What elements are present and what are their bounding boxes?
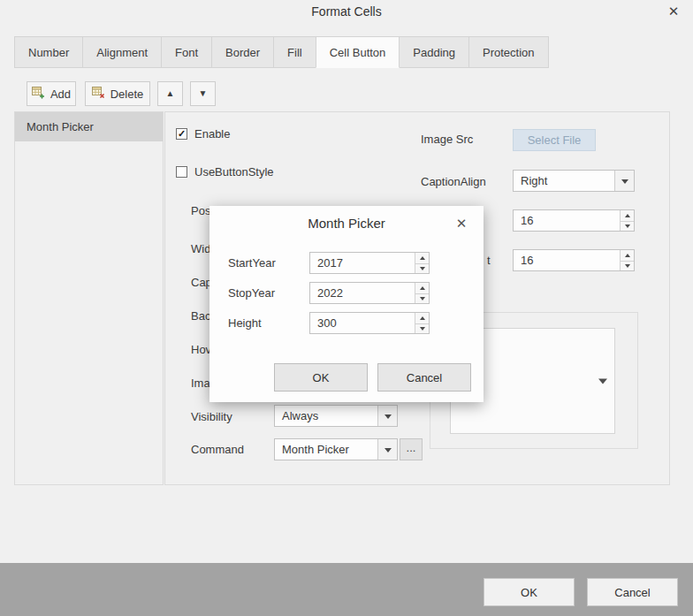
height-input[interactable]: [310, 313, 413, 333]
visibility-dropdown[interactable]: Always: [274, 405, 398, 427]
cell-button-list-panel: Month Picker: [14, 111, 164, 485]
chevron-down-icon: [420, 267, 425, 270]
visibility-value: Always: [282, 406, 318, 426]
ok-button[interactable]: OK: [484, 578, 575, 606]
cancel-button[interactable]: Cancel: [587, 578, 678, 606]
tab-border[interactable]: Border: [211, 36, 274, 68]
chevron-down-icon: [621, 179, 628, 184]
month-picker-popup: Month Picker ✕ StartYear StopYear Height: [209, 206, 484, 402]
add-table-icon: [32, 87, 45, 102]
check-icon: ✓: [178, 129, 186, 139]
spinner-up-button[interactable]: [415, 313, 429, 323]
image-width-input[interactable]: [514, 210, 618, 231]
start-year-spinner[interactable]: [309, 252, 430, 274]
spinner-down-button[interactable]: [621, 261, 634, 271]
spinner-down-button[interactable]: [415, 293, 429, 304]
spinner-up-button[interactable]: [621, 210, 634, 221]
caption-align-label: CaptionAlign: [421, 175, 486, 189]
use-button-style-checkbox[interactable]: [176, 166, 187, 178]
command-label: Command: [191, 443, 244, 457]
use-button-style-row: UseButtonStyle: [176, 165, 274, 179]
command-value: Month Picker: [282, 439, 349, 460]
spinner-up-button[interactable]: [415, 253, 429, 263]
dialog-footer: OK Cancel: [0, 563, 693, 616]
popup-cancel-button[interactable]: Cancel: [377, 363, 471, 392]
tab-font[interactable]: Font: [161, 36, 212, 68]
spinner-up-button[interactable]: [415, 283, 429, 293]
chevron-up-icon: [420, 286, 425, 290]
start-year-input[interactable]: [310, 253, 413, 273]
spinner-buttons: [415, 253, 429, 273]
tab-protection[interactable]: Protection: [468, 36, 549, 68]
image-height-spinner[interactable]: [513, 249, 635, 271]
enable-row: ✓ Enable: [176, 127, 230, 141]
image-height-label-fragment: t: [487, 254, 491, 268]
format-cells-dialog: Format Cells ✕ Number Alignment Font Bor…: [0, 0, 693, 616]
image-src-label: Image Src: [421, 133, 473, 147]
chevron-up-icon: [625, 254, 630, 257]
spinner-buttons: [620, 250, 634, 270]
dialog-title: Format Cells: [0, 4, 693, 19]
tab-fill[interactable]: Fill: [273, 36, 316, 68]
visibility-label: Visibility: [191, 410, 232, 424]
caption-align-value: Right: [521, 171, 547, 191]
chevron-down-icon: [625, 264, 630, 268]
select-file-button[interactable]: Select File: [513, 129, 596, 151]
spinner-buttons: [620, 210, 634, 231]
add-button[interactable]: Add: [27, 81, 76, 106]
enable-label: Enable: [194, 127, 230, 141]
command-dropdown-button[interactable]: [377, 439, 397, 460]
tab-padding[interactable]: Padding: [399, 36, 469, 68]
spinner-down-button[interactable]: [621, 221, 634, 232]
chevron-down-icon: [385, 448, 392, 452]
add-button-label: Add: [50, 87, 71, 101]
spinner-down-button[interactable]: [415, 263, 429, 274]
height-label: Height: [228, 316, 262, 331]
command-dropdown[interactable]: Month Picker: [274, 438, 398, 460]
popup-title: Month Picker: [209, 216, 484, 231]
chevron-down-icon: [385, 414, 392, 419]
stop-year-input[interactable]: [310, 283, 413, 303]
list-item-month-picker[interactable]: Month Picker: [15, 112, 163, 141]
chevron-down-icon: [598, 379, 607, 384]
arrow-down-icon: ▼: [199, 89, 208, 98]
arrow-up-icon: ▲: [166, 89, 175, 98]
caption-align-dropdown[interactable]: Right: [513, 170, 635, 192]
spinner-buttons: [415, 313, 429, 333]
tab-strip: Number Alignment Font Border Fill Cell B…: [14, 36, 549, 68]
chevron-down-icon: [420, 327, 425, 331]
move-down-button[interactable]: ▼: [190, 81, 216, 106]
command-options-button[interactable]: ...: [400, 438, 423, 460]
chevron-up-icon: [420, 316, 425, 320]
delete-table-icon: [92, 87, 105, 102]
delete-button[interactable]: Delete: [85, 81, 150, 106]
chevron-down-icon: [625, 224, 630, 228]
chevron-up-icon: [625, 214, 630, 217]
stop-year-spinner[interactable]: [309, 282, 430, 304]
enable-checkbox[interactable]: ✓: [176, 128, 187, 140]
select-file-label: Select File: [528, 133, 582, 147]
chevron-up-icon: [420, 256, 425, 260]
close-icon[interactable]: ✕: [665, 3, 682, 20]
use-button-style-label: UseButtonStyle: [194, 165, 274, 179]
image-width-spinner[interactable]: [513, 209, 635, 232]
start-year-label: StartYear: [228, 256, 276, 270]
spinner-buttons: [415, 283, 429, 303]
visibility-dropdown-button[interactable]: [377, 406, 397, 426]
stop-year-label: StopYear: [228, 286, 275, 300]
caption-align-dropdown-button[interactable]: [614, 171, 634, 191]
tab-alignment[interactable]: Alignment: [82, 36, 162, 68]
delete-button-label: Delete: [110, 87, 144, 101]
image-height-input[interactable]: [514, 250, 618, 270]
popup-ok-button[interactable]: OK: [274, 363, 368, 392]
spinner-down-button[interactable]: [415, 323, 429, 334]
tab-number[interactable]: Number: [14, 36, 83, 68]
tab-cell-button[interactable]: Cell Button: [316, 36, 400, 68]
move-up-button[interactable]: ▲: [157, 81, 183, 106]
chevron-down-icon: [420, 297, 425, 300]
height-spinner[interactable]: [309, 312, 430, 334]
spinner-up-button[interactable]: [621, 250, 634, 261]
close-icon[interactable]: ✕: [453, 216, 469, 232]
